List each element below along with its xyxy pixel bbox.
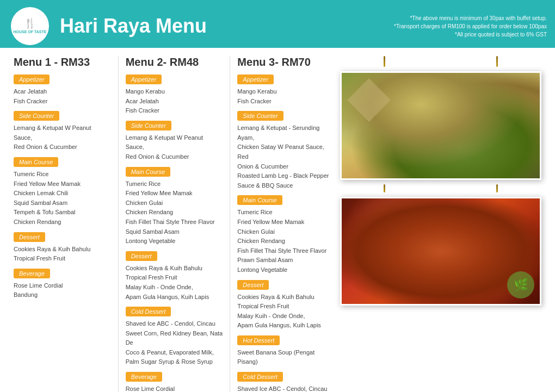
item: Tropical Fresh Fruit	[237, 302, 335, 312]
menu-2-bev-items: Rose Lime Cordial Bandung	[126, 384, 223, 392]
item: Chicken Rendang	[126, 208, 223, 217]
menu-2-cold-items: Shaved Ice ABC - Cendol, Cincau Sweet Co…	[126, 319, 223, 367]
main-content: Menu 1 - RM33 Appetizer Acar Jelatah Fis…	[0, 48, 555, 392]
menu-2-main-items: Tumeric Rice Fried Yellow Mee Mamak Chic…	[126, 179, 223, 246]
item: Malay Kuih - Onde Onde,	[126, 283, 223, 293]
note-2: *Transport charges of RM100 is applied f…	[394, 22, 547, 30]
item: Cookies Raya & Kuih Bahulu	[14, 245, 111, 254]
menu-2-beverage: Beverage Rose Lime Cordial Bandung	[126, 371, 223, 392]
menu-3-cold-dessert: Cold Dessert Shaved Ice ABC - Cendol, Ci…	[237, 371, 335, 392]
item: Squid Sambal Asam	[126, 227, 223, 237]
menu-1-appetizer-label: Appetizer	[14, 74, 50, 84]
item: Chicken Rendang	[237, 237, 335, 246]
item: Red Onion & Cucumber	[14, 142, 111, 152]
rope-area	[340, 56, 541, 67]
rope-right	[496, 56, 498, 67]
item: Prawn Sambal Asam	[237, 256, 335, 265]
divider-2	[230, 56, 230, 392]
page-wrapper: 🍴 HOUSE OF TASTE Hari Raya Menu *The abo…	[0, 0, 555, 392]
item: Coco & Peanut, Evaporated Milk,	[126, 348, 223, 358]
menu-1-main: Main Course Tumeric Rice Fried Yellow Me…	[14, 157, 111, 227]
menu-1-dessert-items: Cookies Raya & Kuih Bahulu Tropical Fres…	[14, 245, 111, 264]
menus-area: Menu 1 - RM33 Appetizer Acar Jelatah Fis…	[14, 56, 335, 392]
menu-2-appetizer-items: Mango Kerabu Acar Jelatah Fish Cracker	[126, 87, 223, 116]
menu-3-hot-label: Hot Dessert	[237, 335, 280, 345]
menu-2-dessert: Dessert Cookies Raya & Kuih Bahulu Tropi…	[126, 251, 223, 302]
item: Lontong Vegetable	[126, 237, 223, 246]
menu-2-dessert-items: Cookies Raya & Kuih Bahulu Tropical Fres…	[126, 264, 223, 302]
item: Apam Gula Hangus, Kuih Lapis	[237, 321, 335, 331]
item: Fish Fillet Thai Style Three Flavor	[126, 217, 223, 227]
food-image-ketupat	[340, 71, 541, 180]
item: Tempeh & Tofu Sambal	[14, 208, 111, 217]
item: Tumeric Rice	[14, 170, 111, 179]
item: Fish Fillet Thai Style Three Flavor	[237, 246, 335, 256]
logo-icon: 🍴	[14, 18, 47, 30]
item: Lemang & Ketupat - Serunding Ayam,	[237, 123, 335, 142]
item: Lemang & Ketupat W Peanut Sauce,	[14, 123, 111, 142]
menu-3-hot-items: Sweet Banana Soup (Pengat Pisang)	[237, 348, 335, 367]
item: Chicken Gulai	[237, 227, 335, 237]
menu-3-hot-dessert: Hot Dessert Sweet Banana Soup (Pengat Pi…	[237, 335, 335, 367]
item: Sauce & BBQ Sauce	[237, 181, 335, 191]
item: Chicken Lemak Chili	[14, 189, 111, 198]
top-accent-bar	[0, 0, 555, 4]
menu-1-beverage: Beverage Rose Lime Cordial Bandung	[14, 268, 111, 300]
menu-1-dessert-label: Dessert	[14, 232, 45, 242]
menu-2-appetizer: Appetizer Mango Kerabu Acar Jelatah Fish…	[126, 74, 223, 116]
menu-1-side-items: Lemang & Ketupat W Peanut Sauce, Red Oni…	[14, 123, 111, 152]
item: Fish Cracker	[14, 97, 111, 107]
menu-3-appetizer-label: Appetizer	[237, 74, 273, 84]
menu-1-main-items: Tumeric Rice Fried Yellow Mee Mamak Chic…	[14, 170, 111, 227]
item: Lemang & Ketupat W Peanut Sauce,	[126, 133, 223, 152]
item: Mango Kerabu	[126, 87, 223, 97]
menu-1-appetizer: Appetizer Acar Jelatah Fish Cracker	[14, 74, 111, 106]
note-1: *The above menu is minimum of 30pax with…	[394, 14, 547, 22]
item: Sweet Banana Soup (Pengat Pisang)	[237, 348, 335, 367]
logo-container: 🍴 HOUSE OF TASTE	[11, 7, 49, 45]
menu-2-main: Main Course Tumeric Rice Fried Yellow Me…	[126, 166, 223, 246]
item: Fried Yellow Mee Mamak	[14, 179, 111, 189]
menu-3-appetizer: Appetizer Mango Kerabu Fish Cracker	[237, 74, 335, 106]
item: Cookies Raya & Kuih Bahulu	[237, 293, 335, 302]
item: Bandung	[14, 290, 111, 300]
item: Red Onion & Cucumber	[126, 152, 223, 162]
item: Apam Gula Hangus, Kuih Lapis	[126, 293, 223, 302]
item: Palm Sugar Syrup & Rose Syrup	[126, 357, 223, 367]
menu-1-dessert: Dessert Cookies Raya & Kuih Bahulu Tropi…	[14, 232, 111, 264]
rope-left	[384, 56, 385, 67]
menu-3-dessert-items: Cookies Raya & Kuih Bahulu Tropical Fres…	[237, 293, 335, 331]
item: Chicken Satay W Peanut Sauce, Red	[237, 142, 335, 161]
item: Tumeric Rice	[237, 208, 335, 217]
item: Tropical Fresh Fruit	[14, 254, 111, 264]
menu-2-cold-dessert: Cold Dessert Shaved Ice ABC - Cendol, Ci…	[126, 306, 223, 367]
menu-1-appetizer-items: Acar Jelatah Fish Cracker	[14, 87, 111, 106]
menu-3-side-items: Lemang & Ketupat - Serunding Ayam, Chick…	[237, 123, 335, 190]
item: Fish Cracker	[237, 97, 335, 107]
item: Shaved Ice ABC - Cendol, Cincau	[126, 319, 223, 329]
menu-2-bev-label: Beverage	[126, 372, 162, 382]
logo-text: HOUSE OF TASTE	[14, 30, 47, 34]
rope-area-2	[340, 184, 541, 192]
menu-1-side-counter: Side Counter Lemang & Ketupat W Peanut S…	[14, 110, 111, 152]
menu-1-bev-items: Rose Lime Cordial Bandung	[14, 281, 111, 300]
menu-3-dessert-label: Dessert	[237, 280, 269, 290]
menu-3-cold-items: Shaved Ice ABC - Cendol, Cincau Sweet Co…	[237, 384, 335, 392]
menu-2-title: Menu 2- RM48	[126, 56, 223, 69]
header: 🍴 HOUSE OF TASTE Hari Raya Menu *The abo…	[0, 4, 555, 48]
item: Malay Kuih - Onde Onde,	[237, 312, 335, 321]
item: Cookies Raya & Kuih Bahulu	[126, 264, 223, 273]
note-3: *All price quoted is subject to 6% GST	[394, 30, 547, 39]
item: Shaved Ice ABC - Cendol, Cincau	[237, 384, 335, 392]
item: Lontong Vegetable	[237, 265, 335, 275]
menu-3-appetizer-items: Mango Kerabu Fish Cracker	[237, 87, 335, 106]
menu-3-column: Menu 3- RM70 Appetizer Mango Kerabu Fish…	[237, 56, 335, 392]
menu-3-main-label: Main Course	[237, 195, 282, 205]
menu-3-cold-label: Cold Dessert	[237, 372, 283, 382]
menu-3-side: Side Counter Lemang & Ketupat - Serundin…	[237, 110, 335, 190]
item: Tropical Fresh Fruit	[126, 273, 223, 283]
rope-left-2	[384, 184, 385, 192]
item: Sweet Corn, Red Kidney Bean, Nata De	[126, 329, 223, 348]
item: Mango Kerabu	[237, 87, 335, 97]
food-image-curry: 🌿	[340, 197, 541, 306]
